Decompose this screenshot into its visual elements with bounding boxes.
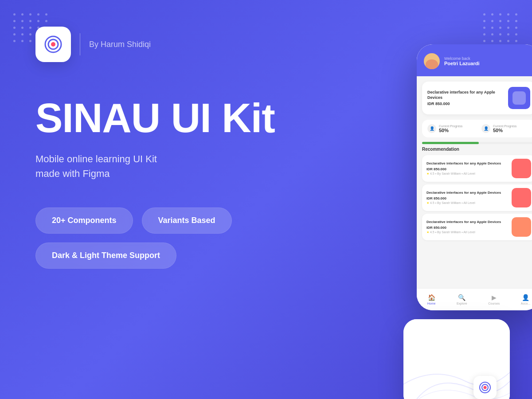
rec-meta-3: ★ 4.5 • By Sarah William • All Level (426, 231, 508, 234)
phone-screen: Welcome back Poetri Lazuardi Declarative… (417, 44, 532, 310)
rec-thumbnail-2 (512, 188, 531, 207)
featured-course-card[interactable]: Declarative interfaces for any Apple Dev… (422, 82, 532, 114)
nav-explore[interactable]: 🔍 Explore (457, 294, 467, 305)
rec-info-2: Declarative interfaces for any Apple Dev… (426, 191, 508, 204)
progress-bar-container (422, 142, 532, 144)
page-title: SINAU UI Kit (35, 98, 275, 138)
rec-thumbnail-1 (512, 159, 531, 178)
welcome-text: Welcome back Poetri Lazuardi (444, 56, 532, 66)
badges-row-2: Dark & Light Theme Support (35, 243, 275, 269)
nav-account[interactable]: 👤 Acco... (521, 294, 530, 305)
course-thumbnail (508, 87, 530, 109)
rec-card-3[interactable]: Declarative interfaces for any Apple Dev… (422, 214, 532, 240)
rec-info-3: Declarative interfaces for any Apple Dev… (426, 220, 508, 234)
phone-header: Welcome back Poetri Lazuardi (417, 44, 532, 76)
badge-components: 20+ Components (35, 207, 133, 234)
logo-area: By Harum Shidiqi (35, 27, 275, 62)
rec-card-1[interactable]: Declarative interfaces for any Apple Dev… (422, 155, 532, 182)
progress-data-1: Current Progress 50% (439, 125, 462, 133)
badge-theme: Dark & Light Theme Support (35, 243, 176, 269)
rec-meta-2: ★ 4.5 • By Sarah William • All Level (426, 201, 508, 205)
rec-info-1: Declarative interfaces for any Apple Dev… (426, 161, 508, 175)
progress-bar-fill (422, 142, 479, 144)
author-label: By Harum Shidiqi (89, 40, 151, 49)
progress-item-1: 👤 Current Progress 50% (427, 124, 476, 133)
avatar (424, 53, 440, 69)
progress-section: 👤 Current Progress 50% 👤 Current Progres… (422, 120, 532, 137)
phone2-logo (473, 376, 497, 399)
left-content: By Harum Shidiqi SINAU UI Kit Mobile onl… (0, 0, 301, 399)
page-subtitle: Mobile online learning UI Kit made with … (35, 152, 275, 181)
badge-variants: Variants Based (142, 207, 232, 234)
right-content: Welcome back Poetri Lazuardi Declarative… (275, 0, 532, 399)
welcome-name: Poetri Lazuardi (444, 61, 532, 66)
course-price: IDR 850.000 (427, 102, 504, 106)
recommendation-title: Recommendation (422, 147, 532, 152)
recommendation-section: Recommendation Declarative interfaces fo… (417, 147, 532, 240)
rec-meta-1: ★ 4.5 • By Sarah William • All Level (426, 172, 508, 176)
progress-icon-1: 👤 (427, 124, 436, 133)
nav-home[interactable]: 🏠 Home (427, 294, 436, 305)
course-info: Declarative interfaces for any Apple Dev… (427, 90, 504, 106)
course-title: Declarative interfaces for any Apple Dev… (427, 90, 504, 100)
welcome-label: Welcome back (444, 56, 532, 61)
rec-thumbnail-3 (512, 217, 531, 237)
badges-row-1: 20+ Components Variants Based (35, 207, 275, 234)
progress-data-2: Current Progress 50% (493, 125, 516, 133)
logo-divider (80, 33, 80, 55)
rec-card-2[interactable]: Declarative interfaces for any Apple Dev… (422, 184, 532, 211)
progress-icon-2: 👤 (481, 124, 490, 133)
bottom-nav: 🏠 Home 🔍 Explore ▶ Courses 👤 Acco... (417, 288, 532, 310)
phone-mockup-secondary (403, 319, 510, 399)
app-logo (35, 27, 71, 62)
progress-item-2: 👤 Current Progress 50% (481, 124, 530, 133)
nav-courses[interactable]: ▶ Courses (488, 294, 500, 305)
svg-point-5 (484, 386, 487, 389)
svg-point-2 (51, 42, 55, 47)
phone-mockup-main: Welcome back Poetri Lazuardi Declarative… (417, 44, 532, 310)
